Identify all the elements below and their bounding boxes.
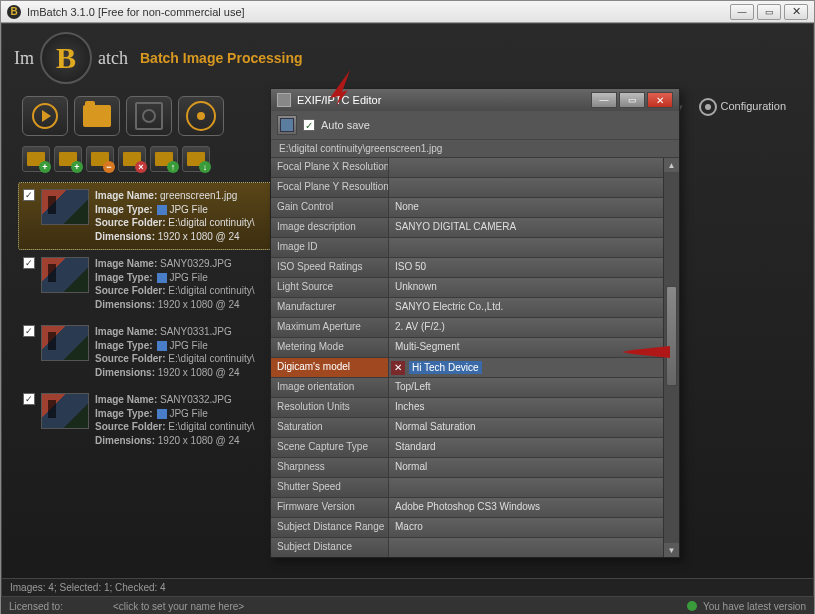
add-folder-button[interactable]: + (54, 146, 82, 172)
file-thumbnail (41, 325, 89, 361)
exif-row[interactable]: ManufacturerSANYO Electric Co.,Ltd. (271, 298, 679, 318)
autosave-checkbox[interactable]: ✓ (303, 119, 315, 131)
exif-row[interactable]: Image orientationTop/Left (271, 378, 679, 398)
file-checkbox[interactable]: ✓ (23, 325, 35, 337)
exif-row[interactable]: Firmware VersionAdobe Photoshop CS3 Wind… (271, 498, 679, 518)
exif-field-value[interactable]: ISO 50 (389, 258, 679, 277)
file-item[interactable]: ✓Image Name: SANY0331.JPGImage Type: JPG… (18, 318, 276, 386)
logo-atch: atch (98, 48, 128, 69)
exif-row[interactable]: Light SourceUnknown (271, 278, 679, 298)
window-titlebar[interactable]: B ImBatch 3.1.0 [Free for non-commercial… (1, 1, 814, 23)
exif-field-value[interactable]: Adobe Photoshop CS3 Windows (389, 498, 679, 517)
dialog-save-button[interactable] (277, 115, 297, 135)
status-text: Images: 4; Selected: 1; Checked: 4 (10, 582, 166, 593)
edit-input[interactable]: Hi Tech Device (409, 361, 482, 374)
exif-field-value[interactable]: Macro (389, 518, 679, 537)
remove-button[interactable]: − (86, 146, 114, 172)
exif-field-value[interactable]: Normal Saturation (389, 418, 679, 437)
exif-field-value[interactable]: Top/Left (389, 378, 679, 397)
dialog-maximize-button[interactable]: ▭ (619, 92, 645, 108)
exif-row[interactable]: ISO Speed RatingsISO 50 (271, 258, 679, 278)
app-icon: B (7, 5, 21, 19)
dialog-minimize-button[interactable]: — (591, 92, 617, 108)
exif-field-label: Image description (271, 218, 389, 237)
exif-row[interactable]: Image ID (271, 238, 679, 258)
file-thumbnail (41, 393, 89, 429)
exif-field-value[interactable] (389, 178, 679, 197)
exif-field-value[interactable] (389, 478, 679, 497)
exif-row[interactable]: Shutter Speed (271, 478, 679, 498)
exif-field-value[interactable]: None (389, 198, 679, 217)
dialog-close-button[interactable]: ✕ (647, 92, 673, 108)
window-title: ImBatch 3.1.0 [Free for non-commercial u… (27, 6, 245, 18)
exif-row[interactable]: Maximum Aperture2. AV (F/2.) (271, 318, 679, 338)
run-button[interactable] (22, 96, 68, 136)
exif-field-value[interactable] (389, 238, 679, 257)
exif-row[interactable]: Subject Distance RangeMacro (271, 518, 679, 538)
file-info: Image Name: SANY0332.JPGImage Type: JPG … (95, 393, 255, 447)
clear-button[interactable]: × (118, 146, 146, 172)
file-item[interactable]: ✓Image Name: greenscreen1.jpgImage Type:… (18, 182, 276, 250)
exif-field-value[interactable]: 2. AV (F/2.) (389, 318, 679, 337)
exif-row[interactable]: Resolution UnitsInches (271, 398, 679, 418)
exif-row[interactable]: Image descriptionSANYO DIGITAL CAMERA (271, 218, 679, 238)
jpg-icon (157, 409, 167, 419)
file-item[interactable]: ✓Image Name: SANY0329.JPGImage Type: JPG… (18, 250, 276, 318)
preview-button[interactable] (178, 96, 224, 136)
file-info: Image Name: SANY0331.JPGImage Type: JPG … (95, 325, 255, 379)
exif-field-value[interactable]: Inches (389, 398, 679, 417)
exif-field-value[interactable]: Standard (389, 438, 679, 457)
dialog-toolbar: ✓ Auto save (271, 111, 679, 140)
minimize-button[interactable]: — (730, 4, 754, 20)
file-info: Image Name: greenscreen1.jpgImage Type: … (95, 189, 255, 243)
license-name-hint[interactable]: <click to set your name here> (113, 601, 244, 612)
exif-row[interactable]: Subject Distance (271, 538, 679, 557)
exif-row[interactable]: Digicam's model✕Hi Tech Device (271, 358, 679, 378)
gear-icon (699, 98, 717, 116)
exif-field-value[interactable] (389, 158, 679, 177)
scroll-thumb[interactable] (666, 286, 677, 386)
exif-row[interactable]: SaturationNormal Saturation (271, 418, 679, 438)
exif-field-label: Resolution Units (271, 398, 389, 417)
exif-row[interactable]: Focal Plane X Resolution (271, 158, 679, 178)
status-dot-icon (687, 601, 697, 611)
scroll-down-arrow[interactable]: ▼ (664, 543, 679, 557)
exif-editor-dialog: EXIF/IPTC Editor — ▭ ✕ ✓ Auto save E:\di… (270, 88, 680, 558)
file-item[interactable]: ✓Image Name: SANY0332.JPGImage Type: JPG… (18, 386, 276, 454)
logo-badge: B (40, 32, 92, 84)
exif-field-label: Light Source (271, 278, 389, 297)
exif-field-value[interactable]: SANYO DIGITAL CAMERA (389, 218, 679, 237)
plus-icon: + (39, 161, 51, 173)
exif-field-value[interactable] (389, 538, 679, 557)
license-bar: Licensed to: <click to set your name her… (1, 597, 814, 614)
maximize-button[interactable]: ▭ (757, 4, 781, 20)
scroll-up-arrow[interactable]: ▲ (664, 158, 679, 172)
add-files-button[interactable]: + (22, 146, 50, 172)
open-folder-button[interactable] (74, 96, 120, 136)
exif-row[interactable]: Metering ModeMulti-Segment (271, 338, 679, 358)
move-down-button[interactable]: ↓ (182, 146, 210, 172)
version-status: You have latest version (703, 601, 806, 612)
svg-marker-0 (330, 70, 350, 106)
configuration-button[interactable]: Configuration (688, 92, 797, 122)
close-button[interactable]: ✕ (784, 4, 808, 20)
exif-row[interactable]: SharpnessNormal (271, 458, 679, 478)
file-checkbox[interactable]: ✓ (23, 393, 35, 405)
svg-marker-1 (622, 346, 670, 358)
exif-row[interactable]: Gain ControlNone (271, 198, 679, 218)
clear-field-button[interactable]: ✕ (391, 361, 405, 375)
status-bar: Images: 4; Selected: 1; Checked: 4 (2, 578, 813, 596)
save-button[interactable] (126, 96, 172, 136)
exif-row[interactable]: Focal Plane Y Resoultion (271, 178, 679, 198)
exif-field-value[interactable]: Normal (389, 458, 679, 477)
exif-row[interactable]: Scene Capture TypeStandard (271, 438, 679, 458)
file-checkbox[interactable]: ✓ (23, 189, 35, 201)
move-up-button[interactable]: ↑ (150, 146, 178, 172)
exif-field-value[interactable]: Unknown (389, 278, 679, 297)
exif-field-label: Subject Distance Range (271, 518, 389, 537)
exif-field-label: Gain Control (271, 198, 389, 217)
file-checkbox[interactable]: ✓ (23, 257, 35, 269)
window-controls: — ▭ ✕ (730, 4, 808, 20)
autosave-label: Auto save (321, 119, 370, 131)
exif-field-value[interactable]: SANYO Electric Co.,Ltd. (389, 298, 679, 317)
